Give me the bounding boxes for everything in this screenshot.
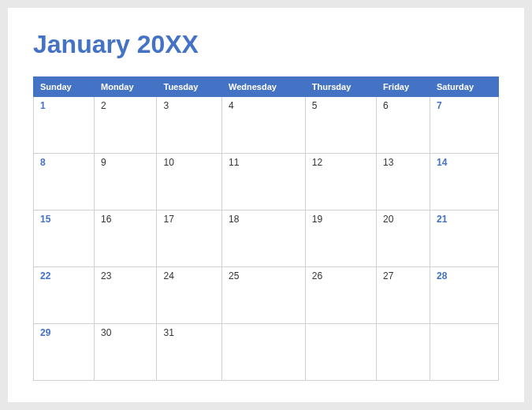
calendar-cell[interactable]: 21 — [430, 211, 498, 267]
calendar-cell[interactable]: 29 — [34, 324, 95, 381]
calendar-cell[interactable]: 15 — [34, 211, 95, 267]
calendar-cell-empty[interactable] — [305, 324, 376, 381]
calendar-cell-empty[interactable] — [377, 324, 430, 381]
calendar-cell[interactable]: 12 — [305, 154, 376, 211]
calendar-cell[interactable]: 19 — [305, 211, 376, 267]
calendar-body: 1 2 3 4 5 6 7 8 9 10 11 12 13 14 15 16 1… — [34, 97, 499, 381]
calendar-week-2: 8 9 10 11 12 13 14 — [34, 154, 499, 211]
day-header-friday: Friday — [377, 77, 430, 97]
calendar-week-5: 29 30 31 — [34, 324, 499, 381]
calendar-cell[interactable]: 4 — [222, 97, 306, 154]
day-header-sunday: Sunday — [34, 77, 95, 97]
calendar-cell[interactable]: 26 — [305, 267, 376, 324]
calendar-cell[interactable]: 14 — [430, 154, 498, 211]
calendar-cell[interactable]: 18 — [222, 211, 306, 267]
calendar-week-1: 1 2 3 4 5 6 7 — [34, 97, 499, 154]
calendar-cell[interactable]: 13 — [377, 154, 430, 211]
day-header-wednesday: Wednesday — [222, 77, 306, 97]
calendar-cell-empty[interactable] — [430, 324, 498, 381]
calendar-cell[interactable]: 10 — [157, 154, 222, 211]
calendar-cell[interactable]: 25 — [222, 267, 306, 324]
calendar-cell[interactable]: 9 — [95, 154, 157, 211]
calendar-cell[interactable]: 3 — [157, 97, 222, 154]
calendar-cell[interactable]: 6 — [377, 97, 430, 154]
calendar-cell[interactable]: 24 — [157, 267, 222, 324]
calendar-cell[interactable]: 16 — [95, 211, 157, 267]
calendar-cell[interactable]: 5 — [305, 97, 376, 154]
day-header-row: Sunday Monday Tuesday Wednesday Thursday… — [34, 77, 499, 97]
day-header-monday: Monday — [95, 77, 157, 97]
calendar-table: Sunday Monday Tuesday Wednesday Thursday… — [33, 76, 499, 381]
calendar-cell[interactable]: 8 — [34, 154, 95, 211]
calendar-cell[interactable]: 28 — [430, 267, 498, 324]
calendar-cell[interactable]: 22 — [34, 267, 95, 324]
calendar-cell[interactable]: 2 — [95, 97, 157, 154]
calendar-cell[interactable]: 30 — [95, 324, 157, 381]
calendar-week-4: 22 23 24 25 26 27 28 — [34, 267, 499, 324]
calendar-cell[interactable]: 27 — [377, 267, 430, 324]
day-header-thursday: Thursday — [305, 77, 376, 97]
day-header-saturday: Saturday — [430, 77, 498, 97]
calendar-week-3: 15 16 17 18 19 20 21 — [34, 211, 499, 267]
day-header-tuesday: Tuesday — [157, 77, 222, 97]
calendar-cell[interactable]: 23 — [95, 267, 157, 324]
calendar-cell[interactable]: 11 — [222, 154, 306, 211]
calendar-cell[interactable]: 20 — [377, 211, 430, 267]
calendar-cell[interactable]: 17 — [157, 211, 222, 267]
calendar-cell[interactable]: 1 — [34, 97, 95, 154]
calendar-cell-empty[interactable] — [222, 324, 306, 381]
calendar-cell[interactable]: 31 — [157, 324, 222, 381]
calendar-page: January 20XX Sunday Monday Tuesday Wedne… — [8, 8, 524, 402]
page-title: January 20XX — [33, 30, 499, 59]
calendar-cell[interactable]: 7 — [430, 97, 498, 154]
